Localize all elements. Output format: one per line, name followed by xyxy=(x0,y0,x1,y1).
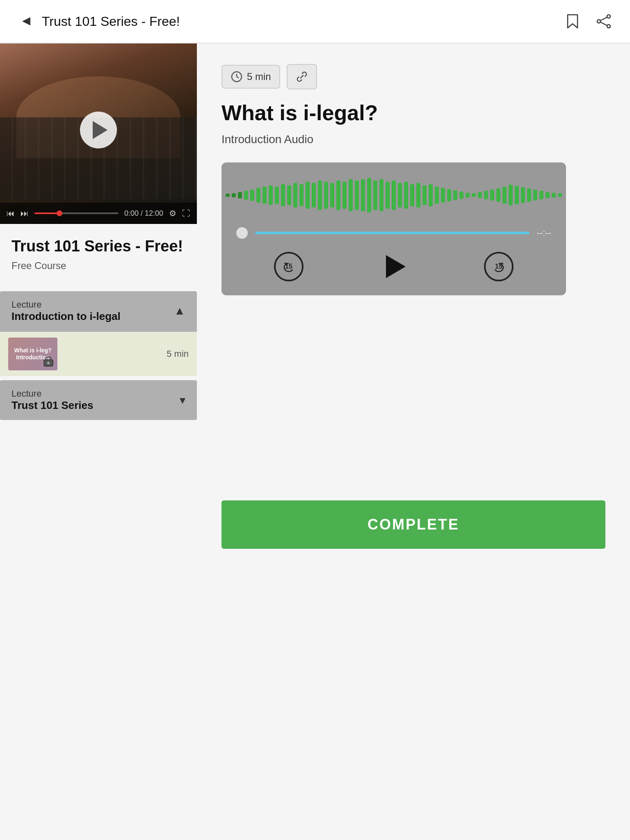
wave-bar xyxy=(416,183,420,208)
audio-play-button[interactable] xyxy=(377,250,410,283)
video-play-button[interactable] xyxy=(80,112,117,148)
lecture-2-label: Lecture xyxy=(11,388,93,399)
video-controls-bar: ⏮ ⏭ 0:00 / 12:00 ⚙ ⛶ xyxy=(0,203,197,224)
video-container[interactable]: ⏮ ⏭ 0:00 / 12:00 ⚙ ⛶ xyxy=(0,43,197,224)
wave-bar xyxy=(287,185,291,205)
lecture-1-header[interactable]: Lecture Introduction to i-legal ▲ xyxy=(0,291,197,331)
wave-bar xyxy=(478,192,482,198)
course-info: Trust 101 Series - Free! Free Course xyxy=(0,224,197,280)
wave-bar xyxy=(435,187,439,204)
lecture-1-name: Introduction to i-legal xyxy=(11,310,121,323)
wave-bar xyxy=(558,193,562,197)
wave-bar xyxy=(539,191,543,199)
main-layout: ⏮ ⏭ 0:00 / 12:00 ⚙ ⛶ Trust 101 Series - … xyxy=(0,43,630,840)
right-column: 5 min What is i-legal? Introduction Audi… xyxy=(197,43,630,840)
video-time: 0:00 / 12:00 xyxy=(124,209,163,218)
wave-bar xyxy=(226,194,230,197)
wave-bar xyxy=(349,179,353,211)
waveform xyxy=(236,175,551,216)
svg-line-5 xyxy=(600,17,607,21)
link-badge[interactable] xyxy=(287,64,317,89)
wave-bar xyxy=(256,188,260,203)
fullscreen-icon[interactable]: ⛶ xyxy=(182,209,190,218)
svg-point-3 xyxy=(597,20,600,23)
wave-bar xyxy=(521,187,525,203)
wave-bar xyxy=(552,193,556,198)
complete-button[interactable]: COMPLETE xyxy=(221,500,605,549)
forward-circle: 15 xyxy=(484,252,514,281)
wave-bar xyxy=(546,192,550,198)
complete-button-area: COMPLETE xyxy=(221,500,605,549)
wave-bar xyxy=(527,188,531,202)
wave-bar xyxy=(275,187,279,204)
svg-marker-0 xyxy=(22,17,30,25)
wave-bar xyxy=(441,188,445,203)
wave-bar xyxy=(293,183,297,208)
badge-row: 5 min xyxy=(221,64,605,89)
wave-bar xyxy=(386,182,390,209)
header: Trust 101 Series - Free! xyxy=(0,0,630,43)
lesson-thumbnail: What is i-leg? Introduction xyxy=(8,338,57,370)
clock-icon xyxy=(231,71,243,83)
rewind-seconds: 15 xyxy=(285,263,292,270)
wave-bar xyxy=(484,191,488,199)
svg-point-4 xyxy=(607,25,610,28)
wave-bar xyxy=(312,183,316,208)
wave-bar xyxy=(238,192,242,199)
wave-bar xyxy=(336,180,340,210)
header-title: Trust 101 Series - Free! xyxy=(42,14,180,29)
back-button[interactable] xyxy=(16,12,34,30)
lesson-item-1[interactable]: What is i-leg? Introduction 5 min xyxy=(0,332,197,376)
wave-bar xyxy=(509,185,513,205)
header-icons xyxy=(563,11,614,31)
course-title: Trust 101 Series - Free! xyxy=(11,237,185,256)
wave-bar xyxy=(447,189,451,201)
skip-back-icon[interactable]: ⏮ xyxy=(7,209,15,218)
settings-icon[interactable]: ⚙ xyxy=(169,208,176,218)
forward-button[interactable]: 15 xyxy=(482,250,515,283)
wave-bar xyxy=(361,179,365,211)
lecture-1-chevron: ▲ xyxy=(174,304,185,317)
wave-bar xyxy=(533,189,537,201)
svg-point-2 xyxy=(607,15,610,18)
play-icon xyxy=(93,121,107,139)
wave-bar xyxy=(404,182,408,209)
left-column: ⏮ ⏭ 0:00 / 12:00 ⚙ ⛶ Trust 101 Series - … xyxy=(0,43,197,840)
svg-marker-1 xyxy=(568,15,578,28)
audio-controls: 15 15 xyxy=(236,250,551,283)
wave-bar xyxy=(429,184,433,206)
svg-line-6 xyxy=(600,22,607,25)
wave-bar xyxy=(367,178,371,212)
header-left: Trust 101 Series - Free! xyxy=(16,12,180,30)
audio-progress-dot[interactable] xyxy=(236,227,248,239)
lock-icon xyxy=(43,354,54,367)
wave-bar xyxy=(330,183,334,208)
video-progress[interactable] xyxy=(34,212,119,214)
rewind-circle: 15 xyxy=(274,252,304,281)
wave-bar xyxy=(398,183,402,208)
wave-bar xyxy=(490,189,494,201)
audio-progress-track[interactable] xyxy=(255,232,530,234)
wave-bar xyxy=(269,185,273,205)
link-icon xyxy=(295,70,309,84)
wave-bar xyxy=(318,180,322,210)
bookmark-button[interactable] xyxy=(563,11,582,31)
video-progress-fill xyxy=(34,212,59,214)
audio-player: --:-- 15 xyxy=(221,162,566,295)
wave-bar xyxy=(453,190,457,200)
wave-bar xyxy=(244,191,248,200)
spacer xyxy=(221,295,605,500)
lecture-2-header[interactable]: Lecture Trust 101 Series ▾ xyxy=(0,380,197,420)
wave-bar xyxy=(299,184,304,206)
forward-seconds: 15 xyxy=(495,263,502,270)
skip-forward-icon[interactable]: ⏭ xyxy=(21,209,29,218)
wave-bar xyxy=(459,192,463,199)
lecture-1-info: Lecture Introduction to i-legal xyxy=(11,299,121,323)
rewind-button[interactable]: 15 xyxy=(272,250,305,283)
svg-point-8 xyxy=(47,362,50,364)
lecture-section-2: Lecture Trust 101 Series ▾ xyxy=(0,380,197,420)
share-button[interactable] xyxy=(594,11,614,31)
wave-bar xyxy=(355,180,359,210)
course-type: Free Course xyxy=(11,260,185,272)
wave-bar xyxy=(392,180,396,210)
